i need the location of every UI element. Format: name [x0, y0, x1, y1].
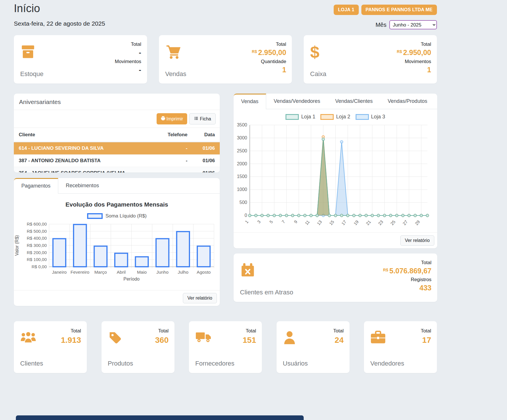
svg-text:500: 500: [239, 200, 247, 205]
svg-text:5: 5: [268, 219, 274, 224]
line-chart-legend: Loja 1 Loja 2 Loja 3: [234, 114, 437, 120]
svg-text:Maio: Maio: [137, 270, 147, 275]
clientes-card-title: Clientes: [20, 360, 43, 367]
tab-vendas[interactable]: Vendas: [234, 94, 266, 109]
table-row[interactable]: 354 - JAQUELINE SOARES CORREIA (VELMA...…: [14, 167, 220, 173]
svg-text:13: 13: [316, 219, 323, 226]
svg-text:3500: 3500: [237, 122, 247, 127]
truck-icon: [195, 330, 211, 345]
vendas-total-label: Total: [252, 41, 286, 47]
svg-text:3: 3: [256, 219, 261, 224]
svg-text:1500: 1500: [237, 174, 247, 179]
usuarios-total-label: Total: [333, 328, 344, 334]
usuarios-total-value: 24: [335, 336, 343, 345]
store-button-loja1[interactable]: LOJA 1: [334, 5, 359, 15]
svg-text:27: 27: [402, 219, 409, 226]
pagamentos-bar-chart: R$ 0,00R$ 100,00R$ 200,00R$ 300,00R$ 400…: [14, 222, 220, 284]
svg-text:11: 11: [304, 219, 311, 226]
table-row[interactable]: 387 - ANTONIO ZENALDO BATISTA - 01/06: [14, 155, 220, 167]
footer-bar: [16, 415, 304, 420]
bottom-cards-row: Total 1.913 Clientes Total 360 Produtos …: [14, 321, 437, 373]
tab-vendas-produtos[interactable]: Vendas/Produtos: [380, 94, 435, 109]
legend-swatch-soma-liquido: [87, 213, 103, 219]
svg-text:15: 15: [328, 219, 335, 226]
svg-text:R$ 300,00: R$ 300,00: [27, 243, 47, 248]
currency-prefix: R$: [252, 49, 257, 54]
caixa-movimentos-value: 1: [397, 66, 431, 74]
tab-vendas-clientes[interactable]: Vendas/Clientes: [328, 94, 380, 109]
imprimir-button[interactable]: Imprimir: [157, 113, 187, 124]
atraso-total-value: R$5.076.869,67: [383, 267, 431, 275]
ver-relatorio-vendas-button[interactable]: Ver relatório: [400, 235, 434, 246]
vendas-quantidade-value: 1: [252, 66, 286, 74]
svg-text:R$ 200,00: R$ 200,00: [27, 250, 47, 255]
aniversariantes-table: Cliente Telefone Data 614 - LUCIANO SEVE…: [14, 128, 220, 173]
store-button-company[interactable]: PANNOS E PANNOS LTDA ME: [361, 5, 437, 15]
produtos-total-label: Total: [158, 328, 169, 334]
usuarios-card-title: Usuários: [283, 360, 308, 367]
svg-text:1000: 1000: [237, 187, 247, 192]
archive-box-icon: [20, 44, 36, 60]
atraso-registros-label: Registros: [383, 277, 431, 283]
clientes-atraso-title: Clientes em Atraso: [240, 289, 293, 296]
svg-text:3000: 3000: [237, 135, 247, 140]
bar-chart-title: Evolução dos Pagamentos Mensais: [14, 201, 220, 208]
card-vendedores: Total 17 Vendedores: [364, 321, 437, 373]
caixa-total-value: R$2.950,00: [397, 48, 431, 57]
svg-text:23: 23: [377, 219, 384, 226]
tag-icon: [108, 330, 122, 346]
ficha-button[interactable]: Ficha: [189, 113, 216, 124]
shopping-cart-icon: [165, 44, 181, 61]
svg-text:1: 1: [244, 219, 249, 224]
currency-prefix: R$: [383, 268, 388, 272]
table-row[interactable]: 614 - LUCIANO SEVERINO DA SILVA - 01/06: [14, 142, 220, 155]
produtos-card-title: Produtos: [108, 360, 133, 367]
svg-text:19: 19: [353, 219, 360, 226]
svg-text:R$ 500,00: R$ 500,00: [27, 229, 47, 234]
fornecedores-total-value: 151: [243, 336, 256, 345]
clientes-atraso-card: Clientes em Atraso Total R$5.076.869,67 …: [234, 253, 437, 302]
clientes-total-value: 1.913: [61, 336, 81, 345]
svg-text:Janeiro: Janeiro: [52, 270, 67, 275]
printer-icon: [161, 116, 166, 122]
svg-text:Abril: Abril: [117, 270, 126, 275]
svg-text:Período: Período: [123, 277, 140, 281]
vendedores-total-label: Total: [421, 328, 431, 334]
pagamentos-tabs: Pagamentos Recebimentos: [14, 178, 220, 194]
tab-recebimentos[interactable]: Recebimentos: [58, 178, 106, 193]
produtos-total-value: 360: [155, 336, 169, 345]
svg-text:R$ 600,00: R$ 600,00: [27, 222, 47, 226]
currency-prefix: R$: [397, 49, 402, 54]
estoque-movimentos-label: Movimentos: [115, 59, 141, 65]
month-label: Mês: [375, 22, 386, 28]
briefcase-icon: [370, 330, 386, 345]
tab-vendas-vendedores[interactable]: Vendas/Vendedores: [266, 94, 328, 109]
ver-relatorio-pagamentos-button[interactable]: Ver relatório: [183, 293, 217, 303]
stat-card-vendas: Vendas Total R$2.950,00 Quantidade 1: [159, 35, 292, 84]
fornecedores-card-title: Fornecedores: [195, 360, 234, 367]
legend-swatch-loja3: [356, 114, 369, 120]
card-fornecedores: Total 151 Fornecedores: [189, 321, 262, 373]
stat-label-caixa: Caixa: [310, 70, 326, 78]
svg-text:17: 17: [340, 219, 347, 226]
month-select[interactable]: Junho - 2025: [389, 20, 437, 29]
estoque-total-value: -: [115, 48, 141, 57]
page-title: Início: [14, 2, 40, 15]
stats-row: Estoque Total - Movimentos - Vendas Tota…: [14, 35, 437, 84]
vendas-tabs: Vendas Vendas/Vendedores Vendas/Clientes…: [234, 94, 437, 109]
svg-text:R$ 0,00: R$ 0,00: [31, 264, 47, 269]
legend-swatch-loja1: [286, 114, 299, 120]
stat-card-caixa: $ Caixa Total R$2.950,00 Movimentos 1: [304, 35, 437, 84]
svg-text:Valor (R$): Valor (R$): [14, 235, 19, 256]
card-produtos: Total 360 Produtos: [102, 321, 174, 373]
stat-card-estoque: Estoque Total - Movimentos -: [14, 35, 147, 84]
svg-text:9: 9: [293, 219, 298, 224]
svg-text:Julho: Julho: [178, 270, 188, 275]
caixa-movimentos-label: Movimentos: [397, 59, 431, 65]
stat-label-vendas: Vendas: [165, 70, 186, 78]
estoque-movimentos-value: -: [115, 66, 141, 74]
tab-pagamentos[interactable]: Pagamentos: [14, 178, 58, 194]
estoque-total-label: Total: [115, 41, 141, 47]
aniversariantes-panel: Aniversariantes Imprimir Ficha Cliente T…: [14, 94, 220, 173]
vendas-line-chart: 0500100015002000250030003500135791113151…: [234, 121, 437, 231]
